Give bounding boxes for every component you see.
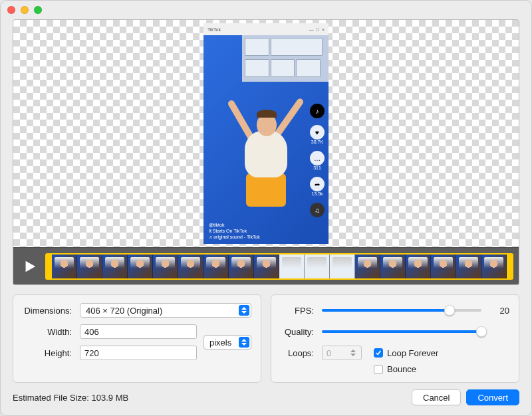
play-button[interactable] [19, 255, 41, 278]
sound-disc-icon: ♫ [310, 203, 325, 217]
zoom-window-button[interactable] [34, 6, 42, 14]
video-preview: TikTok — □ × [13, 20, 519, 247]
fps-label: FPS: [281, 306, 318, 316]
video-side-actions: ♪ ♥ 30.7K … 311 ➦ 13.5k ♫ [310, 104, 325, 217]
heart-icon: ♥ [310, 125, 325, 140]
snap-layout-overlay [242, 35, 329, 82]
video-frame: TikTok — □ × [203, 23, 329, 244]
share-count: 13.5k [310, 191, 325, 196]
height-input[interactable]: 720 [80, 346, 197, 360]
check-icon [375, 350, 382, 356]
timeline-bar [13, 247, 519, 284]
comment-count: 311 [310, 165, 325, 170]
close-icon: × [322, 27, 325, 32]
dialog-footer: Estimated File Size: 103.9 MB Cancel Con… [1, 383, 531, 412]
caption-sound: ♫ original sound - TikTok [209, 234, 260, 240]
estimated-filesize: Estimated File Size: 103.9 MB [13, 393, 128, 403]
loops-label: Loops: [281, 348, 318, 358]
caption-user: @tiktok [209, 222, 260, 228]
unit-value: pixels [209, 338, 231, 348]
comment-icon: … [310, 151, 325, 165]
size-panel: Dimensions: 406 × 720 (Original) Width: … [13, 294, 261, 383]
settings-panels: Dimensions: 406 × 720 (Original) Width: … [1, 285, 531, 383]
quality-label: Quality: [281, 327, 318, 337]
height-label: Height: [23, 348, 76, 358]
loops-value: 0 [327, 348, 331, 358]
maximize-icon: □ [317, 27, 319, 32]
bounce-label: Bounce [387, 364, 416, 374]
close-window-button[interactable] [7, 6, 15, 14]
encoding-panel: FPS: 20 Quality: [271, 294, 519, 383]
loop-forever-checkbox[interactable] [374, 348, 383, 358]
timeline-thumbnails [52, 255, 507, 278]
timeline-trim[interactable] [45, 253, 513, 280]
mock-browser-bar: TikTok — □ × [203, 23, 329, 35]
dimensions-label: Dimensions: [23, 306, 76, 316]
video-subject [226, 91, 306, 224]
window-titlebar [1, 1, 531, 19]
play-icon [23, 259, 37, 274]
select-arrows-icon [239, 305, 249, 316]
select-arrows-icon [239, 337, 249, 348]
mock-tab-label: TikTok [207, 27, 221, 32]
loop-forever-label: Loop Forever [387, 348, 438, 358]
minimize-window-button[interactable] [21, 6, 29, 14]
cancel-label: Cancel [423, 393, 450, 403]
width-value: 406 [84, 327, 99, 337]
bounce-checkbox[interactable] [374, 365, 383, 374]
preview-area: TikTok — □ × [13, 19, 519, 285]
video-caption: @tiktok It Starts On TikTok ♫ original s… [209, 222, 260, 240]
fps-slider[interactable] [322, 303, 481, 318]
like-count: 30.7K [310, 140, 325, 144]
stepper-arrows-icon [350, 350, 360, 356]
dimensions-value: 406 × 720 (Original) [86, 306, 162, 316]
convert-button[interactable]: Convert [466, 389, 519, 405]
minimize-icon: — [309, 27, 314, 32]
loops-stepper: 0 [322, 346, 362, 360]
fps-value: 20 [491, 306, 509, 316]
quality-slider[interactable] [322, 324, 481, 339]
width-label: Width: [23, 327, 76, 337]
tiktok-logo-icon: ♪ [310, 104, 325, 118]
height-value: 720 [84, 348, 99, 358]
export-dialog: TikTok — □ × [0, 0, 532, 416]
unit-select[interactable]: pixels [203, 335, 251, 350]
caption-line: It Starts On TikTok [209, 228, 260, 234]
width-input[interactable]: 406 [80, 324, 197, 339]
dimensions-select[interactable]: 406 × 720 (Original) [80, 303, 251, 318]
share-icon: ➦ [310, 177, 325, 191]
cancel-button[interactable]: Cancel [412, 389, 461, 405]
convert-label: Convert [477, 393, 508, 403]
